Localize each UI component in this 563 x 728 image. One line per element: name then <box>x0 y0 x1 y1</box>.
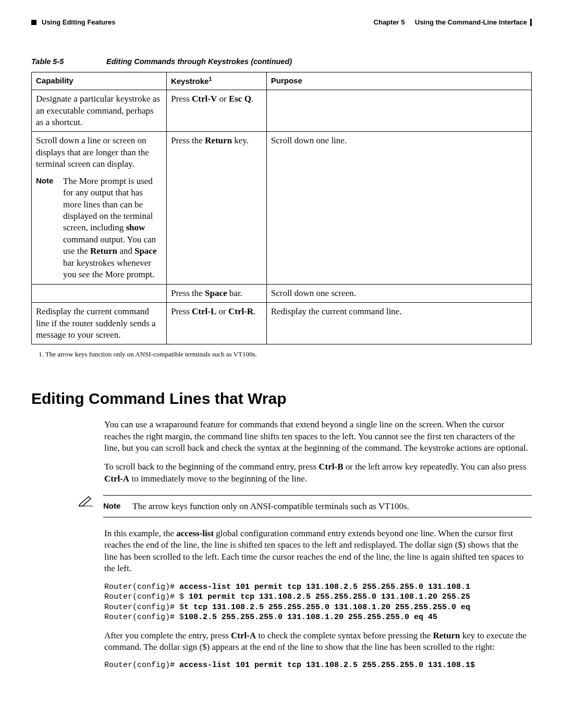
code-block: Router(config)# access-list 101 permit t… <box>104 660 532 671</box>
paragraph: In this example, the access-list global … <box>104 528 532 575</box>
table-row: Scroll down a line or screen on displays… <box>32 132 532 284</box>
table-header-row: Capability Keystroke1 Purpose <box>32 72 532 90</box>
paragraph: You can use a wraparound feature for com… <box>104 419 532 454</box>
cell-capability: Scroll down a line or screen on displays… <box>32 132 167 284</box>
col-keystroke-sup: 1 <box>209 76 212 82</box>
body-content: You can use a wraparound feature for com… <box>104 419 532 485</box>
table-row: Designate a particular keystroke as an e… <box>32 90 532 132</box>
table-row: Press the Space bar. Scroll down one scr… <box>32 284 532 302</box>
table-title: Editing Commands through Keystrokes (con… <box>106 57 292 66</box>
body-content: In this example, the access-list global … <box>104 528 532 671</box>
note-label: Note <box>36 176 57 281</box>
cell-purpose: Redisplay the current command line. <box>266 303 531 344</box>
header-section-title: Using Editing Features <box>42 18 116 27</box>
col-purpose: Purpose <box>266 72 531 90</box>
cell-capability <box>32 284 167 302</box>
keystroke-table: Capability Keystroke1 Purpose Designate … <box>31 72 532 344</box>
paragraph: To scroll back to the beginning of the c… <box>104 461 532 485</box>
paragraph: After you complete the entry, press Ctrl… <box>104 630 532 653</box>
header-chapter: Chapter 5 <box>374 18 405 27</box>
page-header: Using Editing Features Chapter 5 Using t… <box>31 18 532 27</box>
note-label: Note <box>103 501 125 512</box>
cell-capability: Designate a particular keystroke as an e… <box>32 90 167 132</box>
header-right: Chapter 5 Using the Command-Line Interfa… <box>374 18 532 27</box>
table-number: Table 5-5 <box>31 57 104 67</box>
cell-capability: Redisplay the current command line if th… <box>32 303 167 344</box>
square-bullet-icon <box>31 20 36 25</box>
col-capability: Capability <box>32 72 167 90</box>
table-footnote: 1. The arrow keys function only on ANSI-… <box>39 350 532 359</box>
cell-keystroke: Press Ctrl-V or Esc Q. <box>166 90 266 132</box>
note-block: Note The arrow keys function only on ANS… <box>78 495 532 517</box>
cell-keystroke: Press the Space bar. <box>166 284 266 302</box>
col-keystroke-label: Keystroke <box>171 77 209 85</box>
header-left: Using Editing Features <box>31 18 116 27</box>
table-caption: Table 5-5 Editing Commands through Keyst… <box>31 57 532 67</box>
cell-purpose <box>266 90 531 132</box>
cell-keystroke: Press Ctrl-L or Ctrl-R. <box>166 303 266 344</box>
note-text: The arrow keys function only on ANSI-com… <box>132 501 532 512</box>
pencil-icon <box>78 495 94 507</box>
cell-purpose: Scroll down one screen. <box>266 284 531 302</box>
cell-keystroke: Press the Return key. <box>166 132 266 284</box>
table-row: Redisplay the current command line if th… <box>32 303 532 344</box>
cell-purpose: Scroll down one line. <box>266 132 531 284</box>
header-chapter-title: Using the Command-Line Interface <box>415 18 527 27</box>
code-block: Router(config)# access-list 101 permit t… <box>104 582 532 623</box>
inline-note: Note The More prompt is used for any out… <box>36 176 162 281</box>
col-keystroke: Keystroke1 <box>166 72 266 90</box>
vertical-bar-icon <box>530 19 532 26</box>
section-heading: Editing Command Lines that Wrap <box>31 388 532 409</box>
note-text: The More prompt is used for any output t… <box>63 176 162 281</box>
